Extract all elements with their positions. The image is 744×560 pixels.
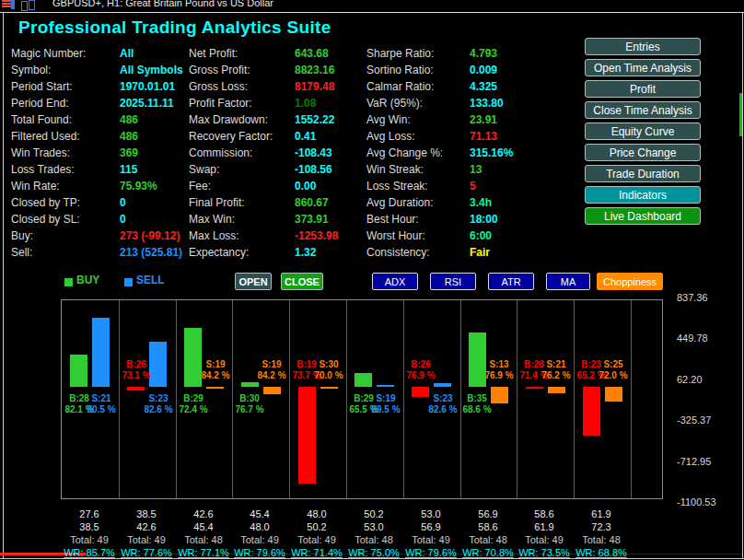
nav-button-price-change[interactable]: Price Change	[585, 144, 701, 161]
x-axis-lo: 53.0	[399, 508, 463, 520]
stat-value: 115	[120, 161, 137, 178]
buy-legend-swatch	[64, 278, 73, 286]
x-axis-wr: WR: 71.4%	[285, 546, 349, 559]
x-axis-bin-label: 53.056.9Total: 49WR: 79.6%	[399, 508, 463, 559]
x-axis-wr: WR: 68.8%	[569, 546, 634, 559]
stat-label: Avg Duration:	[366, 194, 470, 211]
gridline	[289, 300, 290, 498]
page-title: Professional Trading Analytics Suite	[18, 18, 331, 38]
x-axis-lo: 61.9	[569, 508, 634, 520]
buy-bar-bin-4	[241, 382, 259, 387]
nav-button-live-dashboard[interactable]: Live Dashboard	[585, 207, 701, 225]
buy-bar-bin-6	[355, 373, 372, 387]
y-axis-tick: 837.36	[677, 292, 708, 303]
nav-button-entries[interactable]: Entries	[585, 38, 701, 55]
sell-bar-bin-7	[434, 383, 451, 387]
stat-row: Avg Win:23.91	[366, 111, 513, 128]
stat-row: Swap:-108.56	[189, 161, 338, 178]
y-axis-tick: 449.78	[677, 332, 708, 344]
nav-button-indicators[interactable]: Indicators	[585, 186, 701, 204]
indicator-button-adx[interactable]: ADX	[372, 273, 418, 290]
sell-bar-bin-3	[206, 387, 224, 389]
x-axis-bin-label: 38.542.6Total: 49WR: 77.6%	[114, 508, 179, 559]
stat-value: 5	[470, 178, 476, 194]
sell-legend-swatch	[124, 278, 133, 286]
x-axis-wr: WR: 77.6%	[114, 546, 179, 559]
x-axis-bin-label: 56.958.6Total: 48WR: 70.8%	[456, 508, 520, 559]
x-axis-bin-label: 61.972.3Total: 48WR: 68.8%	[569, 508, 634, 559]
stat-label: Sell:	[11, 244, 120, 261]
sell-bar-label: S:2190.5 %	[77, 393, 125, 415]
stat-label: Win Trades:	[11, 145, 120, 161]
indicator-button-choppiness[interactable]: Choppiness	[597, 273, 663, 290]
sell-bar-label: S:1984.2 %	[192, 359, 239, 381]
stat-row: Worst Hour:6:00	[366, 228, 513, 244]
buy-bar-bin-10	[583, 387, 600, 436]
x-axis-hi: 53.0	[342, 520, 406, 533]
x-axis-total: Total: 49	[399, 533, 463, 546]
x-axis-hi: 42.6	[114, 520, 179, 533]
stat-value: 273 (-99.12)	[120, 228, 180, 244]
stat-row: Closed by TP:0	[11, 194, 183, 211]
stat-label: Net Profit:	[189, 45, 295, 62]
gridline	[574, 300, 575, 498]
stat-value: 0.009	[470, 62, 497, 78]
nav-button-close-time-analysis[interactable]: Close Time Analysis	[585, 101, 701, 119]
sell-bar-label: S:2572.0 %	[589, 359, 637, 381]
nav-button-equity-curve[interactable]: Equity Curve	[585, 122, 701, 140]
y-axis-tick: 62.20	[677, 374, 703, 385]
stat-row: Sortino Ratio:0.009	[366, 62, 513, 78]
stat-row: Sharpe Ratio:4.793	[366, 45, 513, 62]
stat-value: 1970.01.01	[120, 78, 175, 95]
stat-value: 213 (525.81)	[120, 244, 182, 261]
panel-right-border	[742, 13, 743, 558]
x-axis-bin-label: 48.050.2Total: 49WR: 71.4%	[285, 508, 349, 559]
stat-label: Swap:	[189, 161, 295, 178]
stat-label: Gross Loss:	[189, 78, 295, 95]
stat-row: Magic Number:All	[11, 45, 183, 62]
x-axis-total: Total: 49	[285, 533, 349, 546]
nav-button-profit[interactable]: Profit	[585, 80, 701, 98]
x-axis-total: Total: 48	[456, 533, 520, 546]
stat-value: 1552.22	[295, 111, 334, 128]
buy-bar-bin-1	[70, 355, 87, 387]
nav-button-open-time-analysis[interactable]: Open Time Analysis	[585, 59, 701, 76]
stat-row: Profit Factor:1.08	[189, 95, 338, 111]
stat-row: Fee:0.00	[189, 178, 338, 194]
stat-label: Period End:	[11, 95, 120, 111]
gridline	[517, 300, 517, 498]
stat-label: Loss Trades:	[11, 161, 120, 178]
stat-label: Loss Streak:	[366, 178, 470, 194]
x-axis-total: Total: 48	[569, 533, 634, 546]
stat-label: Worst Hour:	[366, 228, 470, 244]
stat-row: Avg Change %:315.16%	[366, 145, 513, 161]
stat-value: 8823.16	[295, 62, 334, 78]
stat-label: Commission:	[189, 145, 295, 161]
x-axis-total: Total: 48	[171, 533, 236, 546]
stat-label: Sortino Ratio:	[366, 62, 470, 78]
x-axis-bin-label: 27.638.5Total: 49WR: 85.7%	[57, 508, 122, 559]
stat-row: Loss Streak:5	[366, 178, 513, 194]
indicator-button-rsi[interactable]: RSI	[430, 273, 476, 290]
stat-label: Max Win:	[189, 211, 295, 228]
indicator-button-atr[interactable]: ATR	[488, 273, 534, 290]
x-axis-lo: 45.4	[227, 508, 292, 520]
y-axis-tick: -712.95	[677, 456, 711, 467]
open-button[interactable]: OPEN	[235, 273, 272, 290]
chart-bars-icon[interactable]	[2, 0, 15, 10]
stat-value: 8179.48	[295, 78, 334, 95]
stat-label: Total Found:	[11, 111, 120, 128]
close-button[interactable]: CLOSE	[281, 273, 323, 290]
x-axis-bin-label: 50.253.0Total: 48WR: 75.0%	[342, 508, 406, 559]
x-axis-hi: 58.6	[456, 520, 520, 533]
stat-label: Recovery Factor:	[189, 128, 295, 145]
window-title: GBPUSD+, H1: Great Britain Pound vs US D…	[52, 0, 273, 8]
x-axis-total: Total: 49	[114, 533, 179, 546]
stat-label: Avg Change %:	[366, 145, 470, 161]
indicator-button-ma[interactable]: MA	[546, 273, 590, 290]
x-axis-hi: 72.3	[569, 520, 634, 533]
nav-button-trade-duration[interactable]: Trade Duration	[585, 165, 701, 182]
x-axis-lo: 56.9	[456, 508, 520, 520]
price-scale-marker	[739, 93, 742, 136]
candlestick-icon[interactable]	[20, 0, 35, 10]
